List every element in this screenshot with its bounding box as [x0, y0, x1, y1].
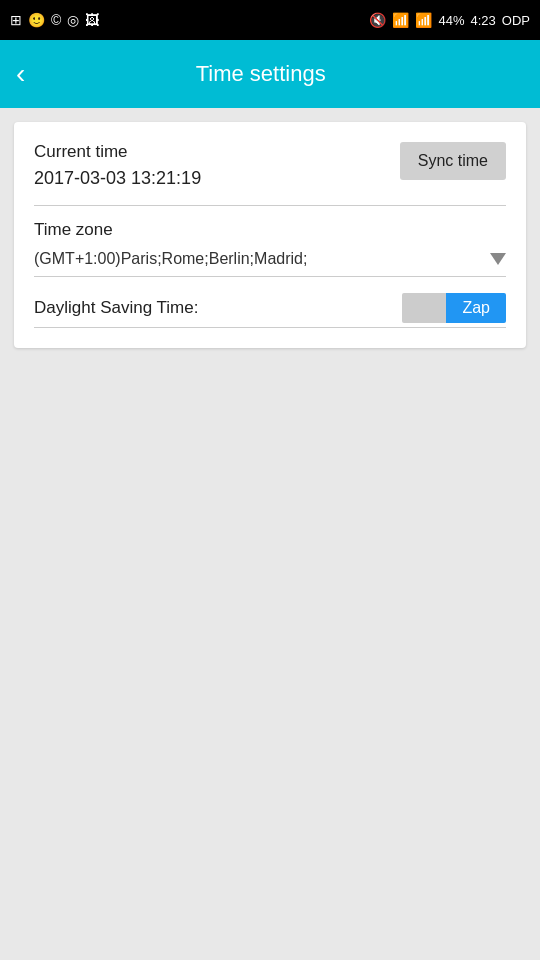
settings-card: Current time 2017-03-03 13:21:19 Sync ti… [14, 122, 526, 348]
dst-row: Daylight Saving Time: Zap [34, 293, 506, 328]
current-time-row: Current time 2017-03-03 13:21:19 Sync ti… [34, 140, 506, 191]
status-bar-icons: ⊞ 🙂 © ◎ 🖼 [10, 12, 99, 28]
mute-icon: 🔇 [369, 12, 386, 28]
page-title: Time settings [41, 61, 480, 87]
icon-2: 🙂 [28, 12, 45, 28]
dst-toggle-area: Zap [402, 293, 506, 323]
icon-4: ◎ [67, 12, 79, 28]
current-time-value: 2017-03-03 13:21:19 [34, 166, 201, 191]
signal-icon: 📶 [415, 12, 432, 28]
timezone-value: (GMT+1:00)Paris;Rome;Berlin;Madrid; [34, 250, 307, 268]
timezone-label: Time zone [34, 220, 506, 240]
icon-3: © [51, 12, 61, 28]
status-bar: ⊞ 🙂 © ◎ 🖼 🔇 📶 📶 44% 4:23 ODP [0, 0, 540, 40]
nav-bar: ‹ Time settings [0, 40, 540, 108]
sync-time-button[interactable]: Sync time [400, 142, 506, 180]
main-content: Current time 2017-03-03 13:21:19 Sync ti… [0, 108, 540, 362]
timezone-dropdown-arrow[interactable] [490, 253, 506, 265]
back-button[interactable]: ‹ [16, 60, 25, 88]
divider-1 [34, 205, 506, 206]
dst-track[interactable] [402, 293, 446, 323]
carrier-display: ODP [502, 13, 530, 28]
current-time-block: Current time 2017-03-03 13:21:19 [34, 140, 201, 191]
icon-5: 🖼 [85, 12, 99, 28]
time-display: 4:23 [471, 13, 496, 28]
timezone-section: Time zone (GMT+1:00)Paris;Rome;Berlin;Ma… [34, 220, 506, 277]
current-time-label: Current time [34, 140, 201, 164]
timezone-select-row[interactable]: (GMT+1:00)Paris;Rome;Berlin;Madrid; [34, 250, 506, 277]
dst-zap-button[interactable]: Zap [446, 293, 506, 323]
dst-label: Daylight Saving Time: [34, 298, 198, 318]
icon-1: ⊞ [10, 12, 22, 28]
battery-percent: 44% [438, 13, 464, 28]
status-bar-right: 🔇 📶 📶 44% 4:23 ODP [369, 12, 530, 28]
wifi-icon: 📶 [392, 12, 409, 28]
